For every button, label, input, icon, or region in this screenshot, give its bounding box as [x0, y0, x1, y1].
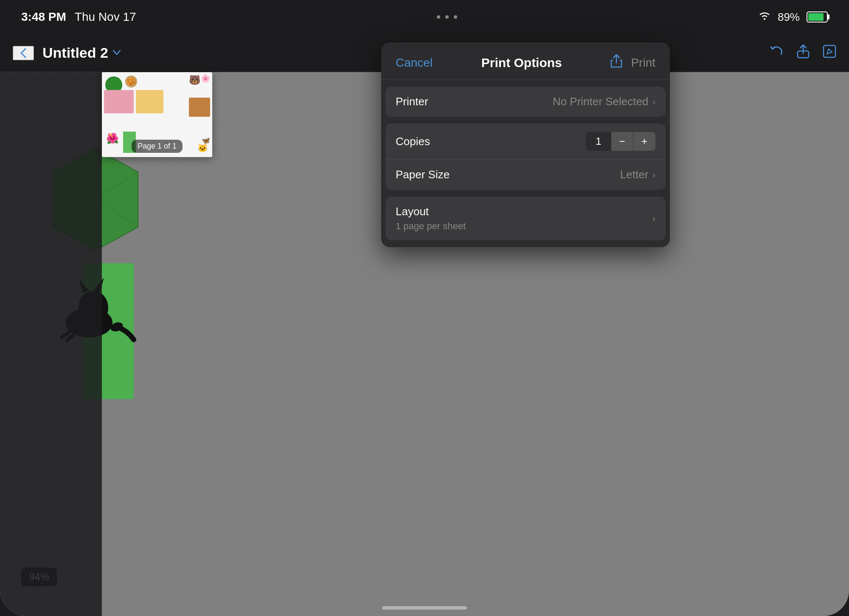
layout-chevron-icon: ›: [652, 214, 655, 223]
status-bar-center: [437, 15, 457, 19]
page-label: Page 1 of 1: [132, 140, 183, 153]
scrap-pretzel: 🥨: [125, 76, 137, 87]
layout-subtitle: 1 page per sheet: [396, 221, 466, 232]
paper-size-label: Paper Size: [396, 168, 450, 181]
status-dot-3: [454, 15, 457, 19]
undo-icon[interactable]: [769, 45, 784, 61]
document-title-group: Untitled 2: [42, 45, 121, 61]
dialog-title: Print Options: [481, 56, 562, 70]
status-bar-right: 89%: [758, 11, 828, 24]
svg-rect-2: [824, 45, 835, 57]
copies-increase-button[interactable]: +: [633, 132, 655, 151]
scrap-black-cat: 🐱: [197, 143, 208, 153]
dialog-header-actions: Print: [610, 54, 655, 71]
battery-icon: [807, 11, 828, 23]
print-dialog: Cancel Print Options Print Printer: [381, 42, 670, 247]
layout-title: Layout: [396, 205, 466, 218]
layout-label-block: Layout 1 page per sheet: [396, 205, 466, 232]
document-title: Untitled 2: [42, 45, 108, 61]
scrap-dragonfly: 🌸: [201, 74, 210, 83]
status-dot-1: [437, 15, 440, 19]
toolbar-icons: [769, 44, 836, 62]
ipad-frame: 3:48 PM Thu Nov 17 89%: [0, 0, 849, 616]
status-bar-left: 3:48 PM Thu Nov 17: [21, 10, 136, 24]
edit-icon[interactable]: [823, 45, 836, 62]
home-indicator: [382, 606, 467, 610]
scrap-card2: [136, 90, 163, 113]
copies-value: 1: [586, 132, 611, 151]
status-dot-2: [445, 15, 449, 19]
cancel-button[interactable]: Cancel: [396, 56, 433, 70]
battery-fill: [808, 13, 824, 21]
battery-percentage: 89%: [778, 11, 800, 24]
printer-section: Printer No Printer Selected ›: [385, 87, 666, 117]
status-time: 3:48 PM: [21, 10, 66, 24]
paper-size-value: Letter: [620, 168, 649, 181]
copies-paper-section: Copies 1 − + Paper Size Letter ›: [385, 124, 666, 190]
printer-label: Printer: [396, 95, 428, 108]
share-button[interactable]: [610, 54, 622, 71]
print-options: Printer No Printer Selected › Copies 1 −…: [381, 87, 670, 240]
left-panel-overlay: [0, 72, 102, 616]
print-button[interactable]: Print: [631, 56, 655, 70]
scrap-bear: 🐻: [189, 75, 200, 86]
status-bar: 3:48 PM Thu Nov 17 89%: [0, 0, 849, 34]
scrap-flower: 🌺: [106, 132, 119, 144]
copies-row: Copies 1 − +: [385, 124, 666, 160]
print-dialog-header: Cancel Print Options Print: [381, 42, 670, 80]
paper-size-value-group: Letter ›: [620, 168, 655, 181]
paper-size-row[interactable]: Paper Size Letter ›: [385, 160, 666, 190]
layout-row: Layout 1 page per sheet ›: [385, 197, 666, 240]
back-button[interactable]: [13, 46, 34, 60]
title-chevron-icon[interactable]: [112, 48, 121, 58]
scrap-card1: [104, 90, 134, 113]
printer-chevron-icon: ›: [652, 97, 655, 107]
layout-section[interactable]: Layout 1 page per sheet ›: [385, 197, 666, 240]
copies-controls: 1 − +: [586, 132, 655, 151]
printer-row[interactable]: Printer No Printer Selected ›: [385, 87, 666, 117]
copies-label: Copies: [396, 135, 430, 148]
scrap-photo: [189, 98, 210, 117]
svg-point-0: [764, 18, 765, 20]
page-preview: 🥨 🐻 🌸 🌺 🦋 🐱 Page 1 of 1: [102, 72, 212, 157]
printer-value-group: No Printer Selected ›: [553, 95, 655, 108]
copies-decrease-button[interactable]: −: [611, 132, 633, 151]
paper-size-chevron-icon: ›: [652, 170, 655, 180]
printer-value: No Printer Selected: [553, 95, 648, 108]
wifi-icon: [758, 11, 771, 23]
share-icon[interactable]: [796, 44, 810, 62]
page-preview-area: 🥨 🐻 🌸 🌺 🦋 🐱 Page 1 of 1: [102, 72, 212, 157]
status-date: Thu Nov 17: [75, 10, 136, 24]
